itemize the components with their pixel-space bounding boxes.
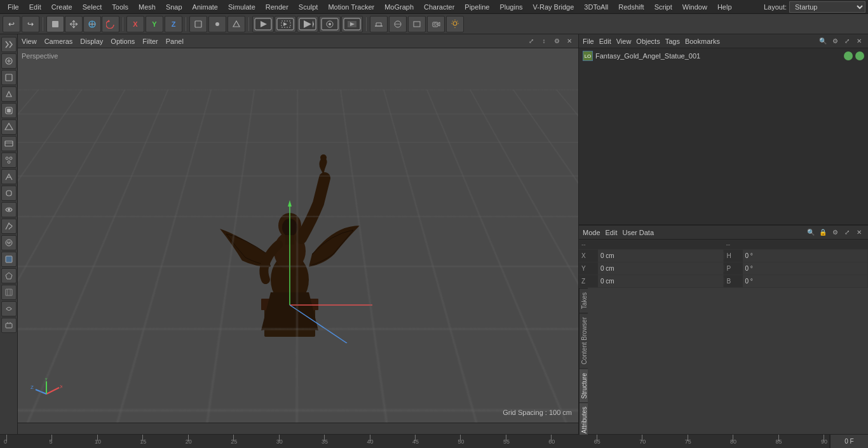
sidebar-btn-5[interactable] (1, 103, 17, 118)
menu-pipeline[interactable]: Pipeline (459, 2, 494, 12)
menu-motion-tracker[interactable]: Motion Tracker (323, 2, 379, 12)
menu-animate[interactable]: Animate (187, 2, 223, 12)
viewport-menu-cameras[interactable]: Cameras (44, 37, 73, 45)
objects-menu-objects[interactable]: Objects (636, 37, 660, 45)
objects-expand-icon[interactable]: ⤢ (842, 36, 852, 46)
sidebar-btn-14[interactable] (1, 252, 17, 267)
menu-plugins[interactable]: Plugins (494, 2, 527, 12)
attr-expand-icon[interactable]: ⤢ (842, 227, 852, 238)
vtab-attributes[interactable]: Attributes (580, 402, 588, 437)
viewport-icon-close[interactable]: ✕ (564, 36, 574, 46)
sidebar-btn-6[interactable] (1, 119, 17, 135)
render-region-button[interactable] (275, 16, 296, 32)
objects-menu-tags[interactable]: Tags (665, 37, 680, 45)
viewport-menu-view[interactable]: View (22, 37, 37, 45)
attr-menu-edit[interactable]: Edit (606, 229, 618, 236)
attr-y-pos-value[interactable]: 0 cm (598, 262, 724, 275)
attr-b-value[interactable]: 0 ° (743, 275, 869, 287)
menu-mograph[interactable]: MoGraph (379, 2, 419, 12)
axis-x-button[interactable]: X (126, 16, 144, 32)
floor-object-button[interactable] (370, 16, 388, 32)
camera-button[interactable] (427, 16, 445, 32)
objects-settings-icon[interactable]: ⚙ (830, 36, 840, 46)
model-mode-button[interactable] (46, 16, 64, 32)
objects-menu-edit[interactable]: Edit (599, 37, 611, 45)
menu-window[interactable]: Window (677, 2, 712, 12)
menu-sculpt[interactable]: Sculpt (294, 2, 323, 12)
interactive-render-button[interactable] (341, 16, 363, 32)
sidebar-btn-7[interactable] (1, 136, 17, 151)
menu-mesh[interactable]: Mesh (133, 2, 161, 12)
menu-vray[interactable]: V-Ray Bridge (528, 2, 580, 12)
viewport-icon-settings[interactable]: ⚙ (552, 36, 562, 46)
render-active-object-button[interactable] (297, 16, 318, 32)
objects-menu-bookmarks[interactable]: Bookmarks (685, 37, 720, 45)
null-object-button[interactable] (189, 16, 207, 32)
menu-file[interactable]: File (3, 2, 24, 12)
vtab-content-browser[interactable]: Content Browser (580, 313, 588, 368)
rotate-tool-button[interactable] (102, 16, 119, 32)
move-tool-button[interactable] (65, 16, 83, 32)
sidebar-btn-4[interactable] (1, 86, 17, 102)
menu-select[interactable]: Select (78, 2, 107, 12)
undo-button[interactable]: ↩ (3, 16, 20, 32)
sidebar-btn-1[interactable] (1, 37, 17, 52)
background-object-button[interactable] (408, 16, 426, 32)
attr-p-value[interactable]: 0 ° (743, 262, 869, 275)
attr-x-pos-value[interactable]: 0 cm (598, 250, 724, 262)
sidebar-btn-13[interactable] (1, 235, 17, 250)
menu-edit[interactable]: Edit (24, 2, 46, 12)
viewport-icon-expand[interactable]: ⤢ (526, 36, 536, 46)
menu-script[interactable]: Script (649, 2, 677, 12)
attr-lock-icon[interactable]: 🔒 (818, 227, 828, 238)
menu-create[interactable]: Create (46, 2, 78, 12)
menu-render[interactable]: Render (261, 2, 294, 12)
sidebar-btn-15[interactable] (1, 268, 17, 283)
point-mode-button[interactable] (208, 16, 226, 32)
menu-3dtoall[interactable]: 3DToAll (579, 2, 613, 12)
viewport-3d[interactable]: Perspective (18, 48, 578, 423)
vtab-structure[interactable]: Structure (580, 369, 588, 403)
viewport-menu-panel[interactable]: Panel (166, 37, 184, 45)
viewport-menu-display[interactable]: Display (80, 37, 103, 45)
attr-search-icon[interactable]: 🔍 (806, 227, 816, 238)
sidebar-btn-11[interactable] (1, 202, 17, 217)
menu-character[interactable]: Character (419, 2, 459, 12)
menu-help[interactable]: Help (712, 2, 737, 12)
render-settings-button[interactable] (319, 16, 341, 32)
attr-close-icon[interactable]: ✕ (854, 227, 864, 238)
layout-select[interactable]: Startup (789, 1, 865, 13)
axis-z-button[interactable]: Z (165, 16, 182, 32)
attr-settings-icon[interactable]: ⚙ (830, 227, 840, 238)
object-row-angel[interactable]: LO Fantasy_Gold_Angel_Statue_001 (580, 50, 867, 62)
redo-button[interactable]: ↪ (22, 16, 39, 32)
objects-menu-file[interactable]: File (583, 37, 594, 45)
sidebar-btn-8[interactable] (1, 153, 17, 168)
menu-snap[interactable]: Snap (161, 2, 187, 12)
timeline-ruler[interactable]: 051015202530354045505560657075808590 (0, 435, 830, 449)
render-to-picture-viewer-button[interactable] (252, 16, 274, 32)
viewport-icon-move[interactable]: ↕ (539, 36, 549, 46)
attr-menu-mode[interactable]: Mode (583, 229, 600, 236)
sidebar-btn-9[interactable] (1, 169, 17, 184)
sidebar-btn-12[interactable] (1, 219, 17, 234)
viewport-menu-filter[interactable]: Filter (142, 37, 158, 45)
objects-close-icon[interactable]: ✕ (854, 36, 864, 46)
sidebar-btn-16[interactable] (1, 285, 17, 300)
attr-z-pos-value[interactable]: 0 cm (598, 275, 724, 287)
sidebar-btn-18[interactable] (1, 318, 17, 333)
attr-h-value[interactable]: 0 ° (743, 250, 869, 262)
menu-simulate[interactable]: Simulate (223, 2, 261, 12)
sidebar-btn-3[interactable] (1, 70, 17, 85)
attr-menu-userdata[interactable]: User Data (623, 229, 654, 236)
objects-menu-view[interactable]: View (616, 37, 632, 45)
objects-search-icon[interactable]: 🔍 (818, 36, 828, 46)
polygon-mode-button[interactable] (227, 16, 245, 32)
viewport-menu-options[interactable]: Options (111, 37, 135, 45)
vtab-takes[interactable]: Takes (580, 288, 588, 313)
sidebar-btn-10[interactable] (1, 186, 17, 201)
scale-tool-button[interactable] (83, 16, 101, 32)
light-button[interactable] (446, 16, 464, 32)
object-render-dot[interactable] (855, 51, 864, 60)
menu-tools[interactable]: Tools (107, 2, 133, 12)
